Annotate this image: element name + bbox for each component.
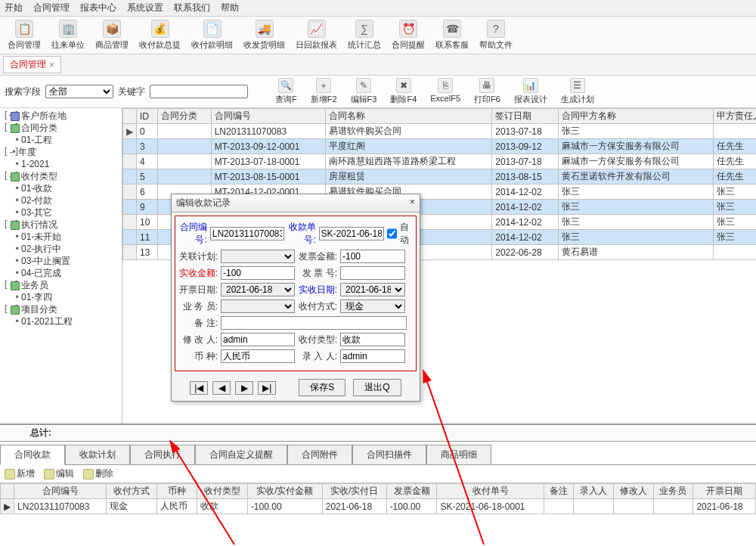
btab-合同附件[interactable]: 合同附件: [287, 445, 352, 465]
tree-node[interactable]: [-]执行情况: [2, 219, 120, 231]
expand-icon[interactable]: [-]: [3, 146, 10, 158]
expand-icon[interactable]: [-]: [3, 170, 10, 182]
tree-node[interactable]: [-]•年度: [2, 146, 120, 158]
action-生成计划[interactable]: ☰生成计划: [561, 78, 594, 105]
pay-sum-button[interactable]: 💰收付款总提: [135, 18, 185, 52]
bcol-收付单号[interactable]: 收付单号: [437, 484, 544, 499]
btab-合同收款[interactable]: 合同收款: [0, 445, 65, 465]
tab-contract-manage[interactable]: 合同管理 ×: [3, 56, 61, 73]
contract-no-input[interactable]: [210, 227, 284, 240]
action-新增F2[interactable]: ＋新增F2: [311, 78, 337, 105]
pay-detail-button[interactable]: 📄收付款明细: [187, 18, 237, 52]
table-row[interactable]: ▶0LN201311070083易谱软件购买合同2013-07-18张三黄石里诺…: [123, 124, 757, 139]
tree-node[interactable]: •04-已完成: [2, 267, 120, 279]
help-button[interactable]: ?帮助文件: [475, 18, 517, 52]
bcol-合同编号[interactable]: 合同编号: [14, 484, 107, 499]
bcol-收付类型[interactable]: 收付类型: [197, 484, 248, 499]
bcol-实收/实付金额[interactable]: 实收/实付金额: [247, 484, 322, 499]
close-icon[interactable]: ×: [49, 60, 54, 70]
method-select[interactable]: 现金: [340, 299, 405, 313]
action-ExcelF5[interactable]: ⎘ExcelF5: [430, 78, 460, 105]
bottom-编辑-button[interactable]: 编辑: [44, 467, 74, 480]
keyword-input[interactable]: [150, 85, 248, 98]
category-tree[interactable]: [+]客户所在地[-]合同分类•01-工程[-]•年度•1-2021[-]收付类…: [0, 108, 122, 423]
invoice-amt-input[interactable]: [340, 250, 405, 263]
nav-prev-button[interactable]: ◀: [212, 381, 231, 395]
tree-node[interactable]: [-]合同分类: [2, 122, 120, 134]
nav-last-button[interactable]: ▶|: [258, 381, 276, 395]
menu-合同管理[interactable]: 合同管理: [33, 2, 70, 14]
plan-select[interactable]: [221, 250, 295, 263]
col-合同编号[interactable]: 合同编号: [211, 109, 325, 124]
remind-button[interactable]: ⏰合同提醒: [387, 18, 429, 52]
nav-next-button[interactable]: ▶: [235, 381, 253, 395]
col-ID[interactable]: ID: [137, 109, 158, 124]
bcol-修改人[interactable]: 修改人: [613, 484, 653, 499]
col-签订日期[interactable]: 签订日期: [492, 109, 559, 124]
action-打印F6[interactable]: 🖶打印F6: [474, 78, 500, 105]
col-合同分类[interactable]: 合同分类: [157, 109, 211, 124]
stat-button[interactable]: ∑统计汇总: [343, 18, 386, 52]
col-甲方责任人[interactable]: 甲方责任人: [714, 109, 756, 124]
menu-开始[interactable]: 开始: [5, 2, 23, 14]
dialog-close-icon[interactable]: ×: [410, 197, 415, 209]
units-button[interactable]: 🏢往来单位: [47, 18, 89, 52]
recv-date-select[interactable]: 2021-06-18: [340, 283, 405, 296]
tree-node[interactable]: •03-中止搁置: [2, 255, 120, 267]
service-button[interactable]: ☎联系客服: [431, 18, 473, 52]
bcol-录入人[interactable]: 录入人: [574, 484, 614, 499]
products-button[interactable]: 📦商品管理: [91, 18, 133, 52]
bcol-业务员[interactable]: 业务员: [653, 484, 693, 499]
receipt-no-input[interactable]: [319, 227, 384, 240]
auto-checkbox[interactable]: [387, 227, 397, 240]
tree-node[interactable]: [+]客户所在地: [2, 110, 120, 122]
bcol-备注[interactable]: 备注: [544, 484, 574, 499]
expand-icon[interactable]: [+]: [3, 110, 10, 122]
tree-node[interactable]: [-]收付类型: [2, 170, 120, 182]
btab-合同自定义提醒[interactable]: 合同自定义提醒: [195, 445, 287, 465]
bcol-币种[interactable]: 币种: [157, 484, 197, 499]
tree-node[interactable]: •01-未开始: [2, 231, 120, 243]
tree-node[interactable]: •01-李四: [2, 291, 120, 303]
expand-icon[interactable]: [-]: [3, 303, 10, 315]
exit-button[interactable]: 退出Q: [353, 379, 401, 396]
receipt-table[interactable]: 合同编号收付方式币种收付类型实收/实付金额实收/实付日发票金额收付单号备注录入人…: [0, 483, 756, 514]
search-field-select[interactable]: 全部: [45, 85, 113, 98]
tree-node[interactable]: •01-收款: [2, 182, 120, 194]
menu-报表中心[interactable]: 报表中心: [80, 2, 116, 14]
bcol-发票金额[interactable]: 发票金额: [386, 484, 437, 499]
bcol-开票日期[interactable]: 开票日期: [693, 484, 756, 499]
nav-first-button[interactable]: |◀: [190, 381, 208, 395]
remark-input[interactable]: [221, 316, 407, 330]
tree-node[interactable]: [-]项目分类: [2, 303, 120, 315]
menu-系统设置[interactable]: 系统设置: [127, 2, 163, 14]
bcol-实收/实付日[interactable]: 实收/实付日: [322, 484, 386, 499]
receipt-row[interactable]: ▶LN201311070083现金人民币收款-100.002021-06-18-…: [1, 499, 756, 514]
col-合同名称[interactable]: 合同名称: [326, 109, 492, 124]
staff-select[interactable]: [221, 299, 295, 313]
menu-联系我们[interactable]: 联系我们: [174, 2, 210, 14]
tree-node[interactable]: •01-工程: [2, 134, 120, 146]
contract-manage-button[interactable]: 📋合同管理: [3, 18, 45, 52]
bcol-收付方式[interactable]: 收付方式: [107, 484, 157, 499]
action-删除F4[interactable]: ✖删除F4: [390, 78, 417, 105]
tree-node[interactable]: •02-执行中: [2, 243, 120, 255]
col-[interactable]: [123, 109, 137, 124]
btab-商品明细[interactable]: 商品明细: [426, 445, 491, 465]
bcol-[interactable]: [1, 484, 14, 499]
tree-node[interactable]: •01-2021工程: [2, 315, 120, 327]
col-合同甲方名称[interactable]: 合同甲方名称: [558, 109, 713, 124]
expand-icon[interactable]: [-]: [3, 279, 10, 291]
tree-node[interactable]: •02-付款: [2, 194, 120, 206]
table-row[interactable]: 3MT-2013-09-12-0001平度红阁2013-09-12麻城市一方保安…: [123, 139, 757, 154]
action-报表设计[interactable]: 📊报表设计: [514, 78, 547, 105]
expand-icon[interactable]: [-]: [3, 219, 10, 231]
save-button[interactable]: 保存S: [299, 379, 345, 396]
ship-detail-button[interactable]: 🚚收发货明细: [239, 18, 290, 52]
expand-icon[interactable]: [-]: [3, 122, 10, 134]
action-查询F[interactable]: 🔍查询F: [275, 78, 297, 105]
tree-node[interactable]: •03-其它: [2, 206, 120, 219]
bottom-删除-button[interactable]: 删除: [83, 467, 113, 480]
tree-node[interactable]: •1-2021: [2, 158, 120, 170]
table-row[interactable]: 5MT-2013-08-15-0001房屋租赁2013-08-15黄石里诺软件开…: [123, 169, 757, 185]
